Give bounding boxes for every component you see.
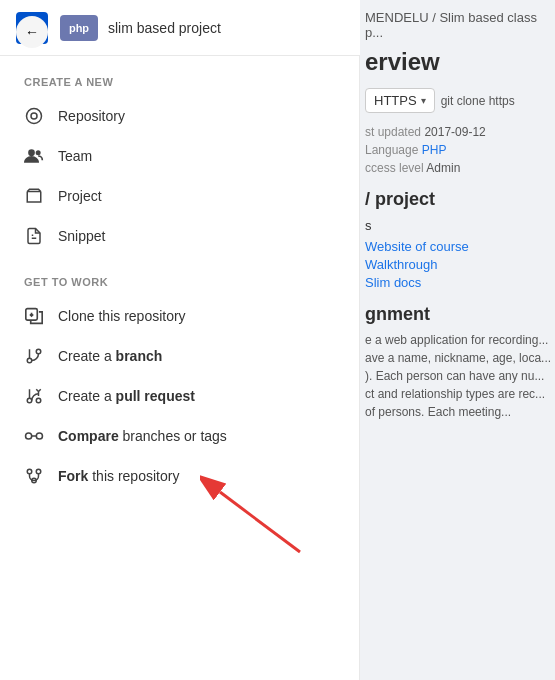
svg-point-3 bbox=[36, 150, 41, 155]
links-header: s bbox=[365, 218, 555, 233]
menu-item-clone[interactable]: Clone this repository bbox=[0, 296, 359, 336]
team-label: Team bbox=[58, 148, 92, 164]
fork-icon bbox=[24, 466, 44, 486]
back-arrow-icon: ← bbox=[25, 24, 39, 40]
menu-item-fork[interactable]: Fork this repository bbox=[0, 456, 359, 496]
link-slimdocs[interactable]: Slim docs bbox=[365, 275, 555, 290]
meta-access: ccess level Admin bbox=[365, 161, 555, 175]
menu-item-branch[interactable]: Create a branch bbox=[0, 336, 359, 376]
right-panel: MENDELU / Slim based class p... erview H… bbox=[360, 0, 555, 680]
svg-point-18 bbox=[27, 469, 32, 474]
svg-point-9 bbox=[36, 349, 41, 354]
svg-point-15 bbox=[36, 433, 42, 439]
svg-point-0 bbox=[27, 109, 42, 124]
svg-point-2 bbox=[28, 149, 35, 156]
pr-label: Create a pull request bbox=[58, 388, 195, 404]
project-name: slim based project bbox=[108, 20, 221, 36]
project-label: Project bbox=[58, 188, 102, 204]
menu-item-compare[interactable]: Compare branches or tags bbox=[0, 416, 359, 456]
meta-language: Language PHP bbox=[365, 143, 555, 157]
menu-item-team[interactable]: Team bbox=[0, 136, 359, 176]
chevron-down-icon: ▾ bbox=[421, 95, 426, 106]
php-badge: php bbox=[60, 15, 98, 41]
create-section-header: CREATE A NEW bbox=[0, 56, 359, 96]
link-website[interactable]: Website of course bbox=[365, 239, 555, 254]
svg-point-1 bbox=[31, 113, 37, 119]
clone-label: Clone this repository bbox=[58, 308, 186, 324]
compare-label: Compare branches or tags bbox=[58, 428, 227, 444]
meta-updated: st updated 2017-09-12 bbox=[365, 125, 555, 139]
project-icon bbox=[24, 186, 44, 206]
top-bar: php slim based project bbox=[0, 0, 360, 56]
fork-label: Fork this repository bbox=[58, 468, 179, 484]
clone-icon bbox=[24, 306, 44, 326]
menu-item-repository[interactable]: Repository bbox=[0, 96, 359, 136]
menu-item-pullrequest[interactable]: Create a pull request bbox=[0, 376, 359, 416]
link-walkthrough[interactable]: Walkthrough bbox=[365, 257, 555, 272]
https-button[interactable]: HTTPS ▾ bbox=[365, 88, 435, 113]
compare-icon bbox=[24, 426, 44, 446]
clone-bar: HTTPS ▾ git clone https bbox=[365, 88, 555, 113]
svg-point-12 bbox=[36, 398, 41, 403]
menu-item-project[interactable]: Project bbox=[0, 176, 359, 216]
branch-label: Create a branch bbox=[58, 348, 162, 364]
team-icon bbox=[24, 146, 44, 166]
assignment-text: e a web application for recording... ave… bbox=[365, 331, 555, 421]
git-clone-text: git clone https bbox=[441, 94, 515, 108]
pr-icon bbox=[24, 386, 44, 406]
assignment-title: gnment bbox=[365, 304, 555, 325]
back-button[interactable]: ← bbox=[16, 16, 48, 48]
menu-item-snippet[interactable]: Snippet bbox=[0, 216, 359, 256]
dropdown-panel: CREATE A NEW Repository Team Projec bbox=[0, 56, 360, 680]
repo-icon bbox=[24, 106, 44, 126]
https-label: HTTPS bbox=[374, 93, 417, 108]
section-project: / project bbox=[365, 189, 555, 210]
snippet-icon bbox=[24, 226, 44, 246]
svg-point-19 bbox=[36, 469, 41, 474]
snippet-label: Snippet bbox=[58, 228, 105, 244]
branch-icon bbox=[24, 346, 44, 366]
breadcrumb: MENDELU / Slim based class p... bbox=[365, 10, 555, 40]
work-section-header: GET TO WORK bbox=[0, 256, 359, 296]
right-links: Website of course Walkthrough Slim docs bbox=[365, 239, 555, 290]
page-title: erview bbox=[365, 48, 555, 76]
repository-label: Repository bbox=[58, 108, 125, 124]
svg-point-10 bbox=[27, 358, 32, 363]
svg-point-14 bbox=[26, 433, 32, 439]
